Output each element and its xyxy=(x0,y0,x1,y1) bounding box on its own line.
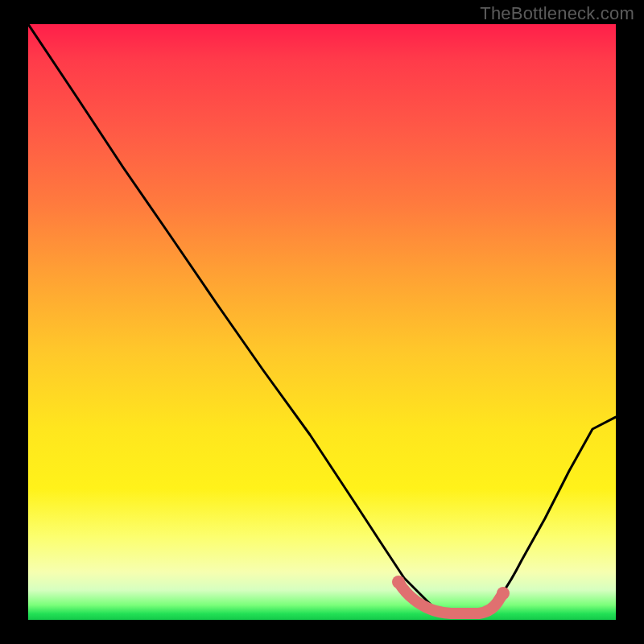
plot-area xyxy=(28,24,616,620)
watermark-text: TheBottleneck.com xyxy=(480,3,634,24)
bottleneck-curve-svg xyxy=(28,24,616,620)
optimal-range-end-dot xyxy=(497,587,510,600)
bottleneck-curve-line xyxy=(28,24,616,614)
chart-frame: TheBottleneck.com xyxy=(0,0,644,644)
optimal-range-start-dot xyxy=(392,576,405,588)
